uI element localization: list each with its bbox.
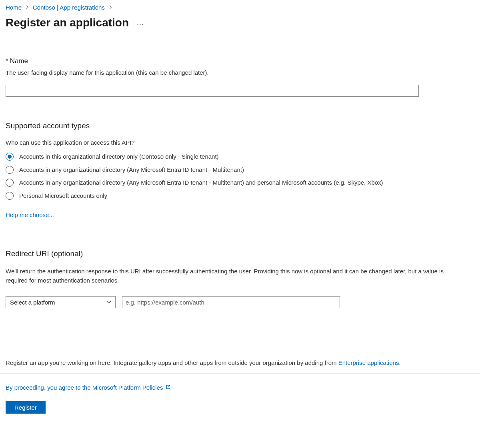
radio-label: Personal Microsoft accounts only xyxy=(19,191,107,201)
radio-single-tenant[interactable]: Accounts in this organizational director… xyxy=(6,152,474,161)
redirect-uri-input[interactable] xyxy=(122,296,340,308)
divider xyxy=(0,373,480,374)
name-label: *Name xyxy=(6,57,474,65)
chevron-right-icon xyxy=(26,5,29,10)
name-description: The user-facing display name for this ap… xyxy=(6,69,474,76)
required-star-icon: * xyxy=(6,57,8,65)
name-input[interactable] xyxy=(6,85,419,97)
footer-register-text: Register an app you're working on here. … xyxy=(6,359,474,366)
radio-multitenant-personal[interactable]: Accounts in any organizational directory… xyxy=(6,178,474,187)
external-link-icon xyxy=(166,384,171,391)
redirect-heading: Redirect URI (optional) xyxy=(6,249,474,258)
policy-row: By proceeding, you agree to the Microsof… xyxy=(6,384,474,391)
chevron-down-icon xyxy=(106,300,111,305)
radio-icon xyxy=(6,153,14,161)
breadcrumb: Home Contoso | App registrations xyxy=(6,4,474,11)
radio-icon xyxy=(6,166,14,174)
register-button[interactable]: Register xyxy=(6,401,46,414)
enterprise-applications-link[interactable]: Enterprise applications xyxy=(338,359,399,366)
account-types-heading: Supported account types xyxy=(6,121,474,130)
title-row: Register an application ··· xyxy=(6,16,474,29)
radio-label: Accounts in this organizational director… xyxy=(19,152,219,161)
radio-multitenant[interactable]: Accounts in any organizational directory… xyxy=(6,165,474,175)
breadcrumb-app-registrations[interactable]: Contoso | App registrations xyxy=(33,4,105,11)
chevron-right-icon xyxy=(109,5,112,10)
redirect-row: Select a platform xyxy=(6,296,474,308)
radio-icon xyxy=(6,192,14,200)
page-title: Register an application xyxy=(6,16,129,29)
platform-policies-link[interactable]: By proceeding, you agree to the Microsof… xyxy=(6,384,163,391)
radio-label: Accounts in any organizational directory… xyxy=(19,165,244,175)
platform-select[interactable]: Select a platform xyxy=(6,296,116,308)
more-icon[interactable]: ··· xyxy=(137,18,144,28)
account-types-description: Who can use this application or access t… xyxy=(6,139,474,146)
help-me-choose-link[interactable]: Help me choose... xyxy=(6,211,54,218)
redirect-description: We'll return the authentication response… xyxy=(6,267,458,285)
breadcrumb-home[interactable]: Home xyxy=(6,4,22,11)
account-types-radio-group: Accounts in this organizational director… xyxy=(6,152,474,200)
radio-label: Accounts in any organizational directory… xyxy=(19,178,383,187)
platform-select-value: Select a platform xyxy=(10,299,55,306)
radio-icon xyxy=(6,179,14,187)
radio-personal-only[interactable]: Personal Microsoft accounts only xyxy=(6,191,474,201)
